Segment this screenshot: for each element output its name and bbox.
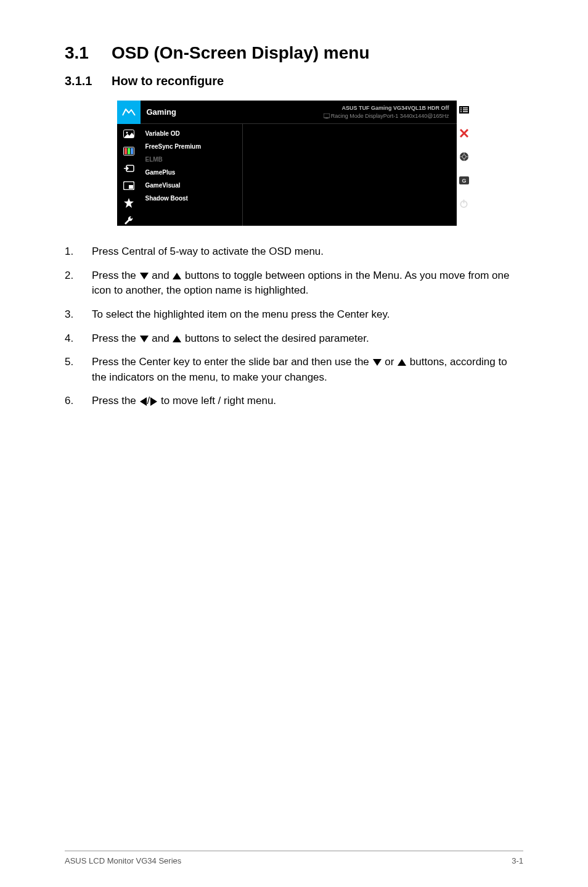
text-fragment: Press the <box>92 332 139 344</box>
step-number: 2. <box>65 268 92 299</box>
svg-rect-6 <box>128 148 130 154</box>
section-title: OSD (On-Screen Display) menu <box>112 43 370 63</box>
svg-rect-0 <box>324 113 330 118</box>
step-number: 5. <box>65 355 92 385</box>
crosshair-icon[interactable] <box>459 151 470 162</box>
triangle-up-icon <box>173 336 181 342</box>
close-icon[interactable] <box>459 128 470 139</box>
text-fragment: and <box>149 270 173 281</box>
triangle-left-icon <box>140 397 147 406</box>
menu-list-icon[interactable] <box>459 104 470 115</box>
osd-menu: Variable OD FreeSync Premium ELMB GamePl… <box>141 124 242 226</box>
text-fragment: or <box>382 356 398 368</box>
svg-point-16 <box>460 111 462 112</box>
menu-elmb[interactable]: ELMB <box>145 156 242 163</box>
svg-point-12 <box>460 107 462 109</box>
section-heading-row: 3.1 OSD (On-Screen Display) menu <box>65 43 523 63</box>
svg-rect-15 <box>463 109 468 110</box>
triangle-down-icon <box>140 336 149 342</box>
osd-header: Gaming ASUS TUF Gaming VG34VQL1B HDR Off… <box>117 101 457 124</box>
triangle-up-icon <box>398 359 406 366</box>
menu-variable-od[interactable]: Variable OD <box>145 130 242 137</box>
menu-shadow-boost[interactable]: Shadow Boost <box>145 195 242 202</box>
menu-gameplus[interactable]: GamePlus <box>145 169 242 176</box>
step-text: Press Central of 5-way to activate the O… <box>92 244 523 260</box>
gamevisual-icon[interactable]: G <box>459 175 470 186</box>
menu-freesync-premium[interactable]: FreeSync Premium <box>145 143 242 150</box>
text-fragment: and <box>149 332 173 344</box>
triangle-down-icon <box>373 359 382 366</box>
instruction-list: 1. Press Central of 5-way to activate th… <box>65 244 523 409</box>
text-fragment: to move left / right menu. <box>158 395 276 406</box>
triangle-up-icon <box>173 273 181 279</box>
text-fragment: Press the <box>92 395 139 406</box>
triangle-right-icon <box>150 397 157 406</box>
svg-point-3 <box>126 132 128 134</box>
step-text: To select the highlighted item on the me… <box>92 307 523 323</box>
osd-header-info: ASUS TUF Gaming VG34VQL1B HDR Off Racing… <box>233 104 457 120</box>
triangle-down-icon <box>140 273 149 279</box>
osd-screenshot: Gaming ASUS TUF Gaming VG34VQL1B HDR Off… <box>65 101 523 226</box>
osd-header-line2-text: Racing Mode DisplayPort-1 3440x1440@165H… <box>331 113 449 119</box>
svg-rect-23 <box>463 199 465 203</box>
footer-right: 3-1 <box>512 856 523 865</box>
text-fragment: buttons to select the desired parameter. <box>182 332 369 344</box>
svg-rect-7 <box>131 148 133 154</box>
image-icon[interactable] <box>123 129 134 139</box>
subsection-number: 3.1.1 <box>65 74 112 88</box>
osd-header-line2: Racing Mode DisplayPort-1 3440x1440@165H… <box>233 112 449 120</box>
step-number: 6. <box>65 394 92 409</box>
page-footer: ASUS LCD Monitor VG34 Series 3-1 <box>65 851 523 865</box>
text-fragment: Press the Center key to enter the slide … <box>92 356 372 368</box>
step-text: Press the / to move left / right menu. <box>92 394 523 409</box>
footer-left: ASUS LCD Monitor VG34 Series <box>65 856 181 865</box>
step-text: Press the and buttons to toggle between … <box>92 268 523 299</box>
svg-point-14 <box>460 109 462 110</box>
svg-rect-13 <box>463 107 468 109</box>
menu-gamevisual[interactable]: GameVisual <box>145 182 242 189</box>
osd-right-strip: G <box>457 101 472 209</box>
wrench-icon[interactable] <box>123 215 134 225</box>
osd-content-pane <box>242 124 457 226</box>
svg-text:G: G <box>462 178 466 184</box>
text-fragment: / <box>147 395 150 406</box>
text-fragment: Press the <box>92 270 139 281</box>
section-number: 3.1 <box>65 43 112 63</box>
osd-title: Gaming <box>141 107 233 117</box>
step-number: 1. <box>65 244 92 260</box>
step-number: 3. <box>65 307 92 323</box>
svg-rect-5 <box>125 148 127 154</box>
gaming-tab-icon[interactable] <box>117 101 141 124</box>
pip-icon[interactable] <box>123 181 134 191</box>
svg-rect-10 <box>129 185 133 189</box>
subsection-title: How to reconfigure <box>112 74 224 88</box>
step-text: Press the and buttons to select the desi… <box>92 331 523 347</box>
input-icon[interactable] <box>123 163 134 173</box>
color-icon[interactable] <box>123 146 134 156</box>
power-icon[interactable] <box>459 198 470 209</box>
osd-header-line1: ASUS TUF Gaming VG34VQL1B HDR Off <box>233 104 449 112</box>
step-number: 4. <box>65 331 92 347</box>
subsection-heading-row: 3.1.1 How to reconfigure <box>65 74 523 88</box>
star-icon[interactable] <box>123 198 134 208</box>
svg-rect-17 <box>463 111 468 112</box>
svg-rect-1 <box>325 118 328 118</box>
osd-nav <box>117 124 141 226</box>
step-text: Press the Center key to enter the slide … <box>92 355 523 385</box>
